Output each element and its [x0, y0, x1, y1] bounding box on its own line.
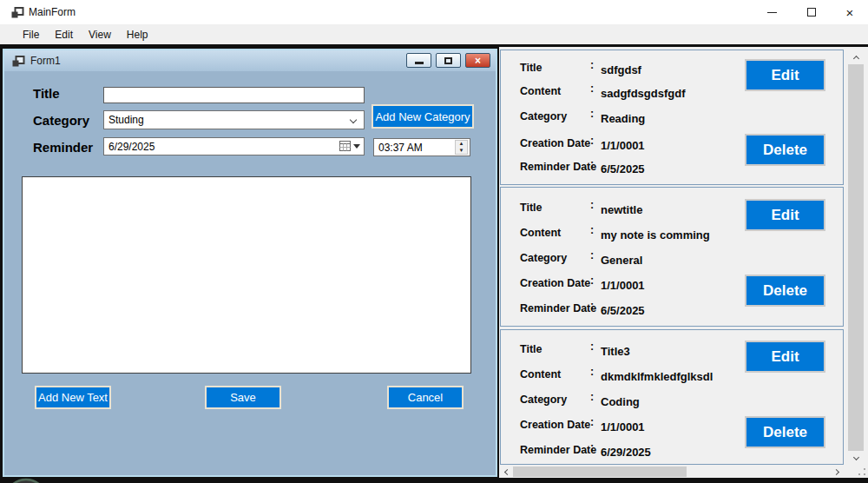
title-input[interactable] — [103, 87, 365, 103]
note-reminder-date-value: 6/29/2025 — [601, 446, 651, 459]
form1-maximize-button[interactable] — [436, 53, 461, 68]
scroll-left-button[interactable] — [499, 466, 513, 478]
close-icon: × — [846, 5, 854, 20]
delete-button[interactable]: Delete — [745, 275, 825, 307]
note-reminder-date-value: 6/5/2025 — [601, 162, 645, 175]
delete-button[interactable]: Delete — [745, 416, 825, 448]
resize-grip[interactable] — [858, 467, 866, 476]
chevron-right-icon — [833, 468, 839, 474]
close-button[interactable]: × — [835, 0, 865, 24]
minimize-button[interactable] — [757, 0, 786, 24]
chevron-down-icon — [350, 116, 357, 123]
note-title-value: sdfgdsf — [601, 63, 641, 76]
note-reminder-date-value: 6/5/2025 — [601, 304, 645, 317]
note-title-value: Title3 — [601, 345, 630, 358]
edit-button[interactable]: Edit — [745, 59, 825, 91]
note-card: Title:sdfgdsf Content:sadgfdsgdsfgdf Cat… — [500, 50, 844, 185]
category-dropdown[interactable]: Studing — [103, 110, 365, 129]
note-content-value: sadgfdsgdsfgdf — [601, 87, 686, 100]
note-category-label: Category — [520, 394, 567, 406]
mdi-client-area: Form1 × Title Category Studing Add New C… — [0, 44, 868, 483]
note-card: Title:Title3 Content:dkmdklfmkledfglksdl… — [500, 329, 844, 465]
colon: : — [590, 341, 594, 353]
colon: : — [590, 300, 594, 312]
time-spinner[interactable]: ▲ ▼ — [455, 140, 468, 155]
form1-close-icon: × — [475, 56, 481, 66]
note-content-label: Content — [520, 227, 561, 239]
edit-button[interactable]: Edit — [745, 341, 825, 373]
maximize-icon — [807, 8, 816, 17]
chevron-up-icon — [852, 56, 858, 62]
colon: : — [590, 416, 594, 428]
form1-window: Form1 × Title Category Studing Add New C… — [3, 49, 497, 477]
colon: : — [590, 224, 594, 236]
menu-edit[interactable]: Edit — [47, 25, 81, 44]
note-reminder-date-label: Reminder Date — [520, 302, 596, 314]
vertical-scroll-thumb[interactable] — [848, 64, 864, 451]
save-button[interactable]: Save — [205, 386, 281, 409]
edit-button[interactable]: Edit — [745, 199, 825, 231]
note-creation-date-value: 1/1/0001 — [601, 420, 645, 433]
notes-panel: Title:sdfgdsf Content:sadgfdsgdsfgdf Cat… — [499, 47, 868, 478]
note-title-value: newtitle — [601, 203, 642, 216]
note-creation-date-label: Creation Date — [520, 419, 590, 431]
note-category-value: Coding — [601, 395, 640, 408]
scroll-up-button[interactable] — [846, 50, 865, 64]
form1-titlebar[interactable]: Form1 × — [4, 50, 496, 71]
reminder-time-picker[interactable]: 03:37 AM ▲ ▼ — [373, 138, 470, 156]
note-title-label: Title — [520, 62, 542, 74]
menu-file[interactable]: File — [15, 25, 47, 44]
colon: : — [590, 275, 594, 287]
form1-close-button[interactable]: × — [465, 53, 490, 68]
window-title: MainForm — [29, 6, 76, 18]
reminder-date-value: 6/29/2025 — [108, 141, 155, 153]
spinner-down-icon: ▼ — [459, 148, 464, 154]
colon: : — [590, 158, 594, 170]
add-new-text-button[interactable]: Add New Text — [35, 386, 111, 409]
note-content-value: my note is comming — [601, 228, 710, 242]
form1-minimize-icon — [415, 62, 424, 64]
calendar-icon — [339, 141, 351, 151]
colon: : — [590, 83, 594, 95]
note-creation-date-value: 1/1/0001 — [601, 139, 645, 152]
scroll-down-button[interactable] — [846, 451, 865, 466]
reminder-date-picker[interactable]: 6/29/2025 — [103, 137, 365, 155]
colon: : — [590, 135, 594, 147]
note-category-value: Reading — [601, 112, 645, 125]
form1-minimize-button[interactable] — [406, 53, 431, 68]
maximize-button[interactable] — [797, 0, 826, 24]
note-content-label: Content — [520, 368, 561, 380]
delete-button[interactable]: Delete — [745, 134, 825, 166]
note-text-area[interactable] — [22, 176, 471, 374]
minimize-icon — [767, 12, 777, 13]
vertical-scrollbar[interactable] — [846, 50, 865, 466]
note-title-label: Title — [520, 343, 542, 355]
note-reminder-date-label: Reminder Date — [520, 161, 596, 173]
horizontal-scrollbar[interactable] — [499, 466, 845, 478]
chevron-down-icon — [852, 453, 858, 460]
main-window: MainForm × File Edit View Help Form1 × — [0, 0, 868, 483]
window-titlebar: MainForm × — [0, 0, 868, 24]
app-icon — [11, 7, 24, 18]
form1-maximize-icon — [444, 57, 452, 64]
colon: : — [590, 366, 594, 378]
category-selected-value: Studing — [108, 114, 144, 126]
menu-bar: File Edit View Help — [0, 24, 868, 44]
reminder-label: Reminder — [33, 140, 93, 155]
note-content-value: dkmdklfmkledfglksdl — [601, 370, 713, 383]
menu-view[interactable]: View — [81, 25, 119, 44]
chevron-left-icon — [504, 468, 510, 474]
colon: : — [590, 391, 594, 403]
colon: : — [590, 441, 594, 453]
add-new-category-button[interactable]: Add New Category — [372, 104, 474, 129]
scroll-right-button[interactable] — [831, 466, 845, 478]
spinner-up-icon: ▲ — [459, 141, 464, 147]
note-content-label: Content — [520, 85, 561, 97]
horizontal-scroll-thumb[interactable] — [513, 466, 687, 477]
note-title-label: Title — [520, 202, 542, 214]
menu-help[interactable]: Help — [119, 25, 156, 44]
category-label: Category — [33, 113, 89, 128]
cancel-button[interactable]: Cancel — [387, 386, 464, 409]
colon: : — [590, 249, 594, 261]
form1-title: Form1 — [30, 55, 61, 67]
